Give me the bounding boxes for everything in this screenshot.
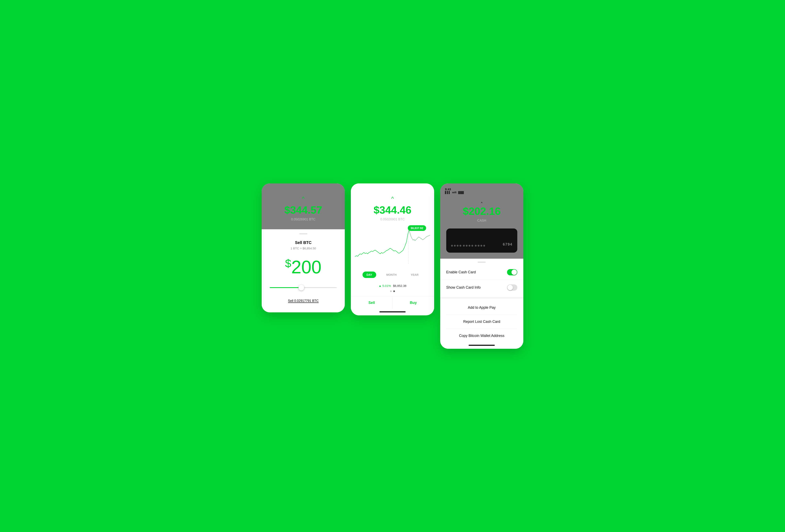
- show-cash-card-info-label: Show Cash Card Info: [446, 285, 481, 290]
- dollar-sign: $: [285, 257, 291, 270]
- show-cash-card-info-row: Show Cash Card Info: [440, 280, 523, 295]
- card-dot-6: [466, 245, 467, 247]
- top-section-chart: ^ $344.46 0.05026901 BTC: [351, 183, 434, 225]
- battery-icon: ▓▓▓: [458, 191, 464, 194]
- card-dot-group-2: [463, 245, 473, 247]
- action-buttons: Sell Buy: [351, 296, 434, 309]
- btc-chart-balance: $344.46: [374, 204, 411, 216]
- status-icons: ▌▌▌ wifi ▓▓▓: [445, 191, 518, 194]
- card-dot-group-3: [475, 245, 485, 247]
- sell-btc-amount-text: Sell 0.02917791 BTC: [288, 299, 319, 303]
- cash-card: 6794: [446, 229, 517, 252]
- screens-container: ^ $344.57 0.05026901 BTC Sell BTC 1 BTC …: [262, 183, 523, 349]
- sell-amount: $200: [285, 258, 322, 276]
- cash-amount: $202.16: [463, 205, 501, 217]
- wifi-icon: wifi: [452, 191, 456, 194]
- divider-2: [440, 297, 523, 299]
- chart-tooltip: $6,637.92: [408, 225, 426, 231]
- home-indicator: [379, 311, 406, 312]
- time-btn-day[interactable]: DAY: [362, 271, 376, 278]
- show-cash-card-info-toggle[interactable]: [507, 285, 517, 291]
- card-dot-8: [472, 245, 473, 247]
- cash-card-screen: 9:43 ▌▌▌ wifi ▓▓▓ ^ $202.16 CASH: [440, 183, 523, 349]
- report-lost-card-row[interactable]: Report Lost Cash Card: [440, 315, 523, 329]
- dot-indicators: [351, 290, 434, 292]
- time-selector: DAY MONTH YEAR: [351, 269, 434, 280]
- dot-2: [393, 290, 395, 292]
- btc-balance-amount: $344.57: [284, 204, 322, 216]
- slider-thumb[interactable]: [299, 285, 304, 290]
- gain-pct: ▲ 5.01%: [379, 284, 391, 287]
- chevron-up-cash-icon[interactable]: ^: [481, 202, 483, 205]
- slider-fill: [270, 287, 300, 288]
- copy-bitcoin-wallet-row[interactable]: Copy Bitcoin Wallet Address: [440, 329, 523, 343]
- add-apple-pay-row[interactable]: Add to Apple Pay: [440, 301, 523, 315]
- cash-sheet-handle: [478, 262, 486, 263]
- buy-button[interactable]: Buy: [393, 296, 434, 309]
- top-section-cash: 9:43 ▌▌▌ wifi ▓▓▓ ^ $202.16 CASH: [440, 183, 523, 259]
- card-dot-5: [463, 245, 465, 247]
- slider-container[interactable]: [268, 284, 339, 291]
- card-dot-4: [459, 245, 461, 247]
- status-bar: 9:43 ▌▌▌ wifi ▓▓▓: [440, 187, 523, 194]
- btc-chart-sub: 0.05026901 BTC: [380, 218, 405, 221]
- btc-chart-svg: [355, 225, 430, 266]
- cash-label: CASH: [477, 219, 486, 222]
- signal-icon: ▌▌▌: [445, 191, 451, 194]
- card-dot-1: [451, 245, 453, 247]
- slider-track[interactable]: [270, 287, 337, 288]
- card-dot-12: [483, 245, 485, 247]
- sell-rate: 1 BTC = $6,854.50: [290, 247, 316, 250]
- sell-bottom-sheet: Sell BTC 1 BTC = $6,854.50 $200 Sell 0.0…: [262, 229, 345, 312]
- dot-1: [390, 290, 392, 292]
- time-btn-month[interactable]: MONTH: [382, 271, 401, 278]
- card-dot-3: [457, 245, 458, 247]
- card-number-end: 6794: [503, 242, 512, 247]
- card-dots: [451, 245, 485, 247]
- sheet-handle: [299, 233, 307, 234]
- gain-value: $6,852.38: [393, 284, 406, 287]
- card-dot-10: [478, 245, 479, 247]
- top-section-btc-sell: ^ $344.57 0.05026901 BTC: [262, 183, 345, 229]
- card-dot-2: [454, 245, 456, 247]
- sell-btc-label: Sell 0.02917791 BTC: [288, 299, 319, 303]
- toggle-knob-enable: [511, 269, 517, 275]
- status-time: 9:43: [445, 187, 518, 191]
- sell-title: Sell BTC: [295, 240, 311, 245]
- card-dot-group-1: [451, 245, 461, 247]
- card-dot-7: [469, 245, 471, 247]
- chevron-up-icon[interactable]: ^: [302, 195, 305, 202]
- cash-card-bottom-sheet: Enable Cash Card Show Cash Card Info Add…: [440, 259, 523, 349]
- card-dot-9: [475, 245, 477, 247]
- card-dot-11: [480, 245, 482, 247]
- toggle-knob-show-info: [507, 285, 513, 290]
- chart-area: $6,637.92: [351, 225, 434, 266]
- sell-amount-number: 200: [291, 257, 322, 277]
- sell-button[interactable]: Sell: [351, 296, 392, 309]
- btc-sub-amount: 0.05026901 BTC: [291, 218, 315, 221]
- enable-cash-card-toggle[interactable]: [507, 269, 517, 275]
- sell-btc-screen: ^ $344.57 0.05026901 BTC Sell BTC 1 BTC …: [262, 183, 345, 312]
- chevron-up-chart-icon[interactable]: ^: [391, 195, 394, 202]
- cash-home-indicator: [469, 345, 495, 346]
- enable-cash-card-label: Enable Cash Card: [446, 270, 476, 274]
- chart-stats: ▲ 5.01% $6,852.38: [351, 283, 434, 290]
- enable-cash-card-row: Enable Cash Card: [440, 265, 523, 280]
- btc-chart-screen: ^ $344.46 0.05026901 BTC $6,637.92 DAY M…: [351, 183, 434, 315]
- time-btn-year[interactable]: YEAR: [407, 271, 423, 278]
